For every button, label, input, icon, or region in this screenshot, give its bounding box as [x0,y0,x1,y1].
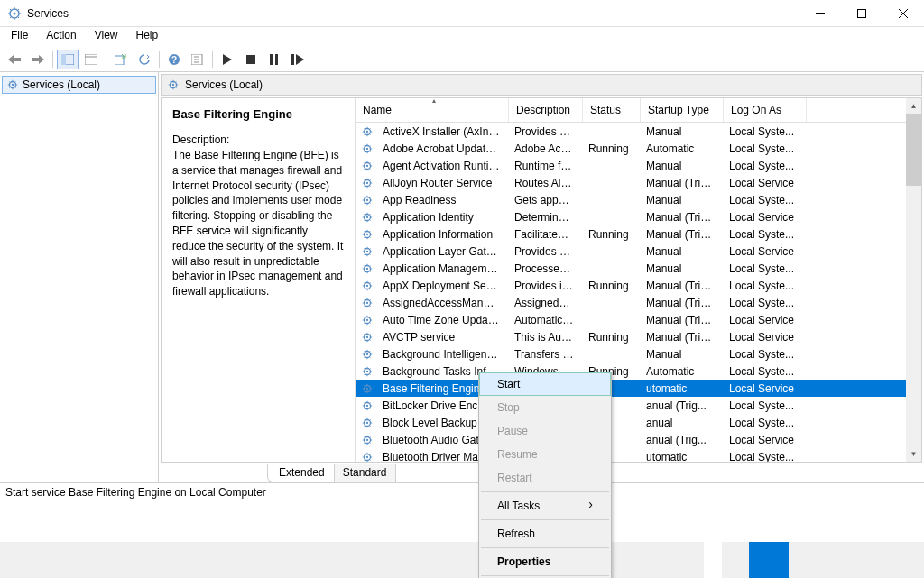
column-description[interactable]: Description [509,98,583,122]
list-body: ActiveX Installer (AxInstSV)Provides Us.… [356,123,921,462]
gear-icon [361,331,374,344]
gear-icon [361,228,374,241]
vertical-scrollbar[interactable]: ▲ ▼ [906,98,921,462]
cell-logon: Local Service [722,331,805,344]
scroll-up-button[interactable]: ▲ [906,98,921,114]
cell-startup: Manual (Trig... [639,297,722,309]
service-row[interactable]: AVCTP serviceThis is Audi...RunningManua… [356,328,921,345]
service-row[interactable]: Application IdentityDetermines ...Manual… [356,208,921,225]
svg-point-30 [366,181,368,183]
minimize-button[interactable] [799,0,841,27]
service-row[interactable]: Application Layer Gateway ...Provides su… [356,243,921,260]
maximize-button[interactable] [841,0,882,27]
service-row[interactable]: ActiveX Installer (AxInstSV)Provides Us.… [356,123,921,140]
cell-startup: anual (Trig... [639,434,722,446]
column-startup[interactable]: Startup Type [641,98,724,122]
svg-point-56 [366,404,368,406]
gear-icon [361,177,374,189]
service-row[interactable]: AppX Deployment Service (...Provides inf… [356,277,921,294]
gear-icon [361,297,374,309]
cell-startup: anual [639,417,722,429]
forward-button[interactable] [27,50,49,69]
service-row[interactable]: Application InformationFacilitates t...R… [356,225,921,243]
cell-status: Running [581,228,639,241]
cell-description: Processes in... [507,262,581,275]
cell-startup: Manual (Trig... [639,280,722,292]
svg-rect-6 [85,54,97,65]
service-row[interactable]: Base Filtering EngineTutomaticLocal Serv… [356,380,921,397]
cell-logon: Local Service [722,434,805,446]
cell-status: Running [581,142,639,155]
service-row[interactable]: Agent Activation Runtime_...Runtime for.… [356,157,921,174]
menu-separator [481,575,609,576]
stop-service-button[interactable] [240,50,262,69]
svg-rect-16 [270,54,273,65]
service-row[interactable]: Adobe Acrobat Update Serv...Adobe Acro..… [356,140,921,157]
svg-point-40 [366,267,368,269]
cell-logon: Local Syste... [722,451,805,463]
svg-rect-18 [291,54,294,65]
tree-services-local[interactable]: Services (Local) [2,76,156,94]
scroll-thumb[interactable] [906,114,921,186]
svg-rect-2 [816,13,825,14]
service-row[interactable]: Background Intelligent Tran...Transfers … [356,345,921,362]
menu-help[interactable]: Help [127,27,168,47]
menu-separator [481,491,609,492]
restart-service-button[interactable] [287,50,309,69]
console-button[interactable] [80,50,102,69]
svg-rect-15 [246,55,255,64]
properties-button[interactable] [187,50,208,69]
cell-description: This is Audi... [507,331,581,344]
cell-startup: utomatic [639,382,722,395]
back-button[interactable] [4,50,25,69]
column-status[interactable]: Status [583,98,641,122]
cell-logon: Local Service [722,177,805,189]
cell-description: Runtime for... [507,160,581,172]
service-row[interactable]: AssignedAccessManager Se...AssignedAc...… [356,294,921,311]
taskbar-fragment [0,540,924,578]
cell-description: Automatica... [507,314,581,326]
cell-startup: Manual [639,245,722,258]
service-row[interactable]: Bluetooth Driver Managem...MutomaticLoca… [356,448,921,462]
svg-point-52 [366,370,368,372]
cell-description: Determines ... [507,211,581,224]
menu-action[interactable]: Action [37,27,85,47]
svg-point-42 [366,284,368,286]
service-row[interactable]: BitLocker Drive Encryption ...Banual (Tr… [356,397,921,414]
svg-point-38 [366,250,368,252]
service-row[interactable]: AllJoyn Router ServiceRoutes AllJo...Man… [356,174,921,191]
service-row[interactable]: Block Level Backup Engine ...TanualLocal… [356,414,921,431]
menu-separator [481,519,609,520]
export-button[interactable] [110,50,132,69]
service-row[interactable]: Application ManagementProcesses in...Man… [356,260,921,277]
cell-name: Agent Activation Runtime_... [375,160,507,172]
service-row[interactable]: App ReadinessGets apps re...ManualLocal … [356,191,921,208]
scroll-down-button[interactable]: ▼ [906,446,921,462]
start-service-button[interactable] [217,50,238,69]
refresh-button[interactable] [134,50,155,69]
menu-view[interactable]: View [86,27,127,47]
service-row[interactable]: Bluetooth Audio Gateway S...Sanual (Trig… [356,431,921,448]
pause-service-button[interactable] [263,50,285,69]
cell-startup: Manual [639,194,722,206]
tab-standard[interactable]: Standard [331,464,397,482]
service-row[interactable]: Background Tasks Infrastruc...Windows in… [356,362,921,380]
ctx-start[interactable]: Start [479,372,611,396]
service-row[interactable]: Auto Time Zone UpdaterAutomatica...Manua… [356,311,921,328]
menu-file[interactable]: File [2,27,37,47]
tab-extended[interactable]: Extended [267,464,335,482]
gear-icon [361,280,374,292]
show-hide-tree-button[interactable] [57,50,79,69]
svg-point-46 [366,318,368,320]
tree-label: Services (Local) [23,78,100,91]
ctx-refresh[interactable]: Refresh [479,522,611,546]
gear-icon [361,365,374,378]
cell-startup: utomatic [639,451,722,463]
close-button[interactable] [882,0,924,27]
help-button[interactable]: ? [163,50,185,69]
ctx-all-tasks[interactable]: All Tasks [479,494,611,518]
column-logon[interactable]: Log On As [724,98,807,122]
ctx-properties[interactable]: Properties [479,550,611,573]
service-list: ▴ Name Description Status Startup Type L… [356,98,921,462]
services-icon [7,6,22,21]
